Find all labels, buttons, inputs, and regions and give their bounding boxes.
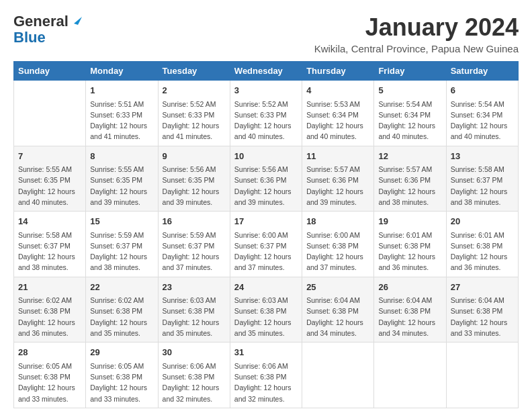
day-number: 7 <box>18 150 81 163</box>
day-info: Sunrise: 5:54 AMSunset: 6:34 PMDaylight:… <box>451 99 514 142</box>
calendar-cell: 26Sunrise: 6:04 AMSunset: 6:38 PMDayligh… <box>374 277 446 342</box>
day-number: 21 <box>18 281 81 294</box>
day-info: Sunrise: 5:54 AMSunset: 6:34 PMDaylight:… <box>378 99 441 142</box>
day-number: 23 <box>163 281 226 294</box>
calendar-cell: 31Sunrise: 6:06 AMSunset: 6:38 PMDayligh… <box>230 342 302 408</box>
day-info: Sunrise: 6:04 AMSunset: 6:38 PMDaylight:… <box>451 295 514 338</box>
calendar-cell: 19Sunrise: 6:01 AMSunset: 6:38 PMDayligh… <box>374 212 446 277</box>
day-number: 20 <box>451 215 514 228</box>
calendar-cell: 29Sunrise: 6:05 AMSunset: 6:38 PMDayligh… <box>86 342 158 408</box>
col-header-thursday: Thursday <box>302 62 374 81</box>
day-number: 9 <box>163 150 226 163</box>
day-number: 11 <box>306 150 369 163</box>
calendar-cell: 1Sunrise: 5:51 AMSunset: 6:33 PMDaylight… <box>86 81 158 146</box>
day-info: Sunrise: 6:02 AMSunset: 6:38 PMDaylight:… <box>18 295 81 338</box>
day-info: Sunrise: 5:58 AMSunset: 6:37 PMDaylight:… <box>18 230 81 273</box>
calendar-cell: 10Sunrise: 5:56 AMSunset: 6:36 PMDayligh… <box>230 146 302 212</box>
day-info: Sunrise: 5:56 AMSunset: 6:35 PMDaylight:… <box>163 164 226 208</box>
day-number: 3 <box>234 84 298 97</box>
title-block: January 2024 Kwikila, Central Province, … <box>314 13 519 54</box>
day-info: Sunrise: 5:55 AMSunset: 6:35 PMDaylight:… <box>18 164 81 208</box>
calendar-cell: 6Sunrise: 5:54 AMSunset: 6:34 PMDaylight… <box>446 81 518 146</box>
day-number: 18 <box>306 215 369 228</box>
day-info: Sunrise: 5:59 AMSunset: 6:37 PMDaylight:… <box>90 230 153 273</box>
day-number: 17 <box>234 215 298 228</box>
day-number: 6 <box>451 84 514 97</box>
calendar-cell: 14Sunrise: 5:58 AMSunset: 6:37 PMDayligh… <box>14 212 86 277</box>
calendar-cell: 30Sunrise: 6:06 AMSunset: 6:38 PMDayligh… <box>158 342 230 408</box>
col-header-monday: Monday <box>86 62 158 81</box>
col-header-friday: Friday <box>374 62 446 81</box>
calendar-cell: 21Sunrise: 6:02 AMSunset: 6:38 PMDayligh… <box>14 277 86 342</box>
calendar-cell: 18Sunrise: 6:00 AMSunset: 6:38 PMDayligh… <box>302 212 374 277</box>
day-info: Sunrise: 6:00 AMSunset: 6:38 PMDaylight:… <box>306 230 369 273</box>
day-number: 24 <box>234 281 298 294</box>
calendar-cell: 2Sunrise: 5:52 AMSunset: 6:33 PMDaylight… <box>158 81 230 146</box>
day-info: Sunrise: 6:02 AMSunset: 6:38 PMDaylight:… <box>90 295 153 338</box>
day-number: 31 <box>234 346 298 359</box>
calendar-cell: 15Sunrise: 5:59 AMSunset: 6:37 PMDayligh… <box>86 212 158 277</box>
calendar-cell <box>302 342 374 408</box>
day-number: 25 <box>306 281 369 294</box>
day-info: Sunrise: 6:04 AMSunset: 6:38 PMDaylight:… <box>306 295 369 338</box>
day-number: 13 <box>451 150 514 163</box>
calendar-week-row: 14Sunrise: 5:58 AMSunset: 6:37 PMDayligh… <box>14 212 519 277</box>
day-number: 15 <box>90 215 153 228</box>
day-info: Sunrise: 6:06 AMSunset: 6:38 PMDaylight:… <box>234 361 298 404</box>
day-number: 5 <box>378 84 441 97</box>
month-year-title: January 2024 <box>314 13 519 42</box>
logo-general-text: General <box>13 13 69 30</box>
day-info: Sunrise: 6:06 AMSunset: 6:38 PMDaylight:… <box>163 361 226 404</box>
day-info: Sunrise: 6:01 AMSunset: 6:38 PMDaylight:… <box>378 230 441 273</box>
logo-blue-text: Blue <box>13 30 46 46</box>
col-header-tuesday: Tuesday <box>158 62 230 81</box>
calendar-cell: 27Sunrise: 6:04 AMSunset: 6:38 PMDayligh… <box>446 277 518 342</box>
day-info: Sunrise: 6:05 AMSunset: 6:38 PMDaylight:… <box>18 361 81 404</box>
day-number: 28 <box>18 346 81 359</box>
day-number: 2 <box>163 84 226 97</box>
calendar-cell <box>14 81 86 146</box>
day-info: Sunrise: 6:00 AMSunset: 6:37 PMDaylight:… <box>234 230 298 273</box>
day-info: Sunrise: 5:58 AMSunset: 6:37 PMDaylight:… <box>451 164 514 208</box>
day-number: 4 <box>306 84 369 97</box>
day-info: Sunrise: 6:01 AMSunset: 6:38 PMDaylight:… <box>451 230 514 273</box>
calendar-cell: 9Sunrise: 5:56 AMSunset: 6:35 PMDaylight… <box>158 146 230 212</box>
day-number: 8 <box>90 150 153 163</box>
calendar-header-row: SundayMondayTuesdayWednesdayThursdayFrid… <box>14 62 519 81</box>
page-header: General Blue January 2024 Kwikila, Centr… <box>13 13 519 54</box>
day-info: Sunrise: 6:03 AMSunset: 6:38 PMDaylight:… <box>234 295 298 338</box>
day-info: Sunrise: 5:51 AMSunset: 6:33 PMDaylight:… <box>90 99 153 142</box>
calendar-cell: 4Sunrise: 5:53 AMSunset: 6:34 PMDaylight… <box>302 81 374 146</box>
calendar-cell: 12Sunrise: 5:57 AMSunset: 6:36 PMDayligh… <box>374 146 446 212</box>
calendar-cell: 16Sunrise: 5:59 AMSunset: 6:37 PMDayligh… <box>158 212 230 277</box>
calendar-cell: 20Sunrise: 6:01 AMSunset: 6:38 PMDayligh… <box>446 212 518 277</box>
calendar-week-row: 28Sunrise: 6:05 AMSunset: 6:38 PMDayligh… <box>14 342 519 408</box>
calendar-cell: 13Sunrise: 5:58 AMSunset: 6:37 PMDayligh… <box>446 146 518 212</box>
day-number: 22 <box>90 281 153 294</box>
day-number: 30 <box>163 346 226 359</box>
day-number: 14 <box>18 215 81 228</box>
day-info: Sunrise: 6:03 AMSunset: 6:38 PMDaylight:… <box>163 295 226 338</box>
day-info: Sunrise: 6:04 AMSunset: 6:38 PMDaylight:… <box>378 295 441 338</box>
day-number: 19 <box>378 215 441 228</box>
day-info: Sunrise: 5:57 AMSunset: 6:36 PMDaylight:… <box>306 164 369 208</box>
calendar-cell: 8Sunrise: 5:55 AMSunset: 6:35 PMDaylight… <box>86 146 158 212</box>
day-number: 12 <box>378 150 441 163</box>
calendar-cell: 11Sunrise: 5:57 AMSunset: 6:36 PMDayligh… <box>302 146 374 212</box>
calendar-cell: 23Sunrise: 6:03 AMSunset: 6:38 PMDayligh… <box>158 277 230 342</box>
day-info: Sunrise: 5:59 AMSunset: 6:37 PMDaylight:… <box>163 230 226 273</box>
calendar-week-row: 7Sunrise: 5:55 AMSunset: 6:35 PMDaylight… <box>14 146 519 212</box>
day-number: 27 <box>451 281 514 294</box>
day-info: Sunrise: 5:55 AMSunset: 6:35 PMDaylight:… <box>90 164 153 208</box>
calendar-cell <box>374 342 446 408</box>
day-info: Sunrise: 5:56 AMSunset: 6:36 PMDaylight:… <box>234 164 298 208</box>
calendar-cell: 3Sunrise: 5:52 AMSunset: 6:33 PMDaylight… <box>230 81 302 146</box>
day-info: Sunrise: 5:52 AMSunset: 6:33 PMDaylight:… <box>163 99 226 142</box>
calendar-cell: 25Sunrise: 6:04 AMSunset: 6:38 PMDayligh… <box>302 277 374 342</box>
location-subtitle: Kwikila, Central Province, Papua New Gui… <box>314 43 519 54</box>
calendar-cell: 22Sunrise: 6:02 AMSunset: 6:38 PMDayligh… <box>86 277 158 342</box>
calendar-cell: 7Sunrise: 5:55 AMSunset: 6:35 PMDaylight… <box>14 146 86 212</box>
calendar-week-row: 21Sunrise: 6:02 AMSunset: 6:38 PMDayligh… <box>14 277 519 342</box>
calendar-cell: 28Sunrise: 6:05 AMSunset: 6:38 PMDayligh… <box>14 342 86 408</box>
day-number: 26 <box>378 281 441 294</box>
